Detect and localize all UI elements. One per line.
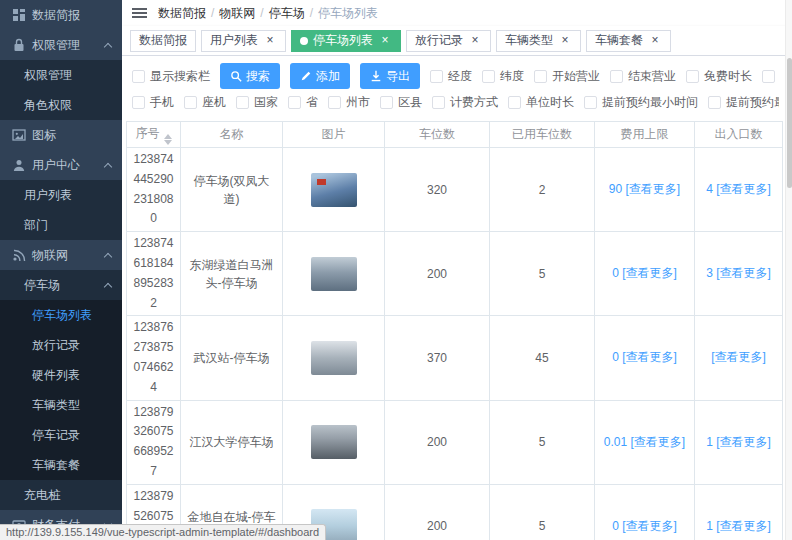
filter-checkbox[interactable]: 国家 xyxy=(236,94,278,111)
fee-view-more-link[interactable]: 0.01 [查看更多] xyxy=(604,435,685,449)
sidebar-item[interactable]: 停车场列表 xyxy=(0,300,122,330)
sidebar-item[interactable]: 放行记录 xyxy=(0,330,122,360)
filter-checkbox[interactable]: 州市 xyxy=(328,94,370,111)
sidebar-item[interactable]: 用户中心 xyxy=(0,150,122,180)
filter-checkbox[interactable]: 座机 xyxy=(184,94,226,111)
parking-table: 序号名称图片车位数已用车位数费用上限出入口数 12387444529023180… xyxy=(126,121,783,540)
exits-view-more-link[interactable]: 1 [查看更多] xyxy=(706,435,771,449)
column-header: 图片 xyxy=(283,122,385,148)
sidebar-item[interactable]: 停车记录 xyxy=(0,420,122,450)
sort-carets-icon[interactable] xyxy=(164,134,172,145)
chevron-up-icon xyxy=(104,253,112,261)
breadcrumb-item[interactable]: 停车场 xyxy=(269,5,305,22)
tab-item[interactable]: 用户列表× xyxy=(201,30,286,52)
filter-checkbox[interactable]: 结束营业 xyxy=(610,68,676,85)
exits-cell: 1 [查看更多] xyxy=(695,484,783,540)
sidebar-item[interactable]: 部门 xyxy=(0,210,122,240)
filter-row-1: 显示搜索栏搜索添加导出经度纬度开始营业结束营业免费时长评分 xyxy=(132,63,779,89)
fee-view-more-link[interactable]: 0 [查看更多] xyxy=(612,350,677,364)
close-icon[interactable]: × xyxy=(263,34,277,48)
breadcrumb: 数据简报/物联网/停车场/停车场列表 xyxy=(158,5,378,22)
export-button[interactable]: 导出 xyxy=(360,63,420,89)
sidebar-item[interactable]: 硬件列表 xyxy=(0,360,122,390)
tab-item[interactable]: 放行记录× xyxy=(406,30,491,52)
scrollbar-thumb[interactable] xyxy=(787,58,792,188)
sidebar-item[interactable]: 权限管理 xyxy=(0,30,122,60)
exits-view-more-link[interactable]: 1 [查看更多] xyxy=(706,519,771,533)
exits-cell: [查看更多] xyxy=(695,316,783,400)
close-icon[interactable]: × xyxy=(648,34,662,48)
sidebar-item[interactable]: 权限管理 xyxy=(0,60,122,90)
filter-checkbox[interactable]: 显示搜索栏 xyxy=(132,68,210,85)
scrollbar[interactable] xyxy=(785,0,792,540)
close-icon[interactable]: × xyxy=(558,34,572,48)
checkbox-label: 手机 xyxy=(150,94,174,111)
page-content: 显示搜索栏搜索添加导出经度纬度开始营业结束营业免费时长评分 手机座机国家省州市区… xyxy=(122,56,792,540)
breadcrumb-item[interactable]: 数据简报 xyxy=(158,5,206,22)
filter-checkbox[interactable]: 省 xyxy=(288,94,318,111)
sidebar-item-label: 充电桩 xyxy=(24,487,60,504)
close-icon[interactable]: × xyxy=(468,34,482,48)
tab-label: 用户列表 xyxy=(210,32,258,49)
sidebar-item[interactable]: 用户列表 xyxy=(0,180,122,210)
spaces-cell: 370 xyxy=(385,316,490,400)
tab-label: 车辆类型 xyxy=(505,32,553,49)
close-icon[interactable]: × xyxy=(378,34,392,48)
exits-view-more-link[interactable]: 3 [查看更多] xyxy=(706,266,771,280)
used-spaces-cell: 2 xyxy=(490,148,595,232)
fee-view-more-link[interactable]: 90 [查看更多] xyxy=(609,182,680,196)
sidebar-item[interactable]: 停车场 xyxy=(0,270,122,300)
column-label: 出入口数 xyxy=(715,127,763,141)
filter-checkbox[interactable]: 提前预约最小时间 xyxy=(584,94,698,111)
filter-checkbox[interactable]: 免费时长 xyxy=(686,68,752,85)
fee-view-more-link[interactable]: 0 [查看更多] xyxy=(612,519,677,533)
sidebar-item[interactable]: 车辆类型 xyxy=(0,390,122,420)
row-id-cell: 1238746181848952832 xyxy=(127,232,181,316)
checkbox-box xyxy=(132,96,145,109)
sidebar-item[interactable]: 角色权限 xyxy=(0,90,122,120)
filter-checkbox[interactable]: 评分 xyxy=(762,68,779,85)
sidebar-item-label: 权限管理 xyxy=(24,67,72,84)
tab-item[interactable]: 车辆套餐× xyxy=(586,30,671,52)
filter-checkbox[interactable]: 单位时长 xyxy=(508,94,574,111)
column-header[interactable]: 序号 xyxy=(127,122,181,148)
search-button[interactable]: 搜索 xyxy=(220,63,280,89)
filter-checkbox[interactable]: 手机 xyxy=(132,94,174,111)
sidebar-item[interactable]: 数据简报 xyxy=(0,0,122,30)
table-row: 1238744452902318080停车场(双凤大道)320290 [查看更多… xyxy=(127,148,783,232)
tab-label: 放行记录 xyxy=(415,32,463,49)
sidebar-item[interactable]: 车辆套餐 xyxy=(0,450,122,480)
parking-photo[interactable] xyxy=(311,257,357,291)
parking-photo[interactable] xyxy=(311,425,357,459)
edit-icon xyxy=(300,70,312,82)
tab-item[interactable]: 车辆类型× xyxy=(496,30,581,52)
parking-photo[interactable] xyxy=(311,173,357,207)
tab-item[interactable]: 数据简报 xyxy=(130,30,196,52)
row-name-cell: 东湖绿道白马洲头-停车场 xyxy=(181,232,283,316)
app-root: 数据简报权限管理权限管理角色权限图标用户中心用户列表部门物联网停车场停车场列表放… xyxy=(0,0,792,540)
filter-checkbox[interactable]: 提前预约最大时间 xyxy=(708,94,779,111)
sidebar-item[interactable]: 图标 xyxy=(0,120,122,150)
sidebar-item[interactable]: 物联网 xyxy=(0,240,122,270)
sidebar-item[interactable]: 充电桩 xyxy=(0,480,122,510)
parking-photo[interactable] xyxy=(311,341,357,375)
sidebar-item-label: 用户中心 xyxy=(32,157,80,174)
tab-item[interactable]: 停车场列表× xyxy=(291,30,401,52)
filter-checkbox[interactable]: 区县 xyxy=(380,94,422,111)
exits-view-more-link[interactable]: [查看更多] xyxy=(711,350,766,364)
hamburger-icon[interactable] xyxy=(132,8,147,18)
fee-view-more-link[interactable]: 0 [查看更多] xyxy=(612,266,677,280)
checkbox-label: 显示搜索栏 xyxy=(150,68,210,85)
exits-view-more-link[interactable]: 4 [查看更多] xyxy=(706,182,771,196)
filter-checkbox[interactable]: 计费方式 xyxy=(432,94,498,111)
checkbox-label: 结束营业 xyxy=(628,68,676,85)
filter-checkbox[interactable]: 开始营业 xyxy=(534,68,600,85)
add-button[interactable]: 添加 xyxy=(290,63,350,89)
filter-checkbox[interactable]: 纬度 xyxy=(482,68,524,85)
fee-cell: 90 [查看更多] xyxy=(595,148,695,232)
checkbox-label: 纬度 xyxy=(500,68,524,85)
breadcrumb-item[interactable]: 物联网 xyxy=(219,5,255,22)
table-row: 1238746181848952832东湖绿道白马洲头-停车场20050 [查看… xyxy=(127,232,783,316)
checkbox-box xyxy=(584,96,597,109)
filter-checkbox[interactable]: 经度 xyxy=(430,68,472,85)
